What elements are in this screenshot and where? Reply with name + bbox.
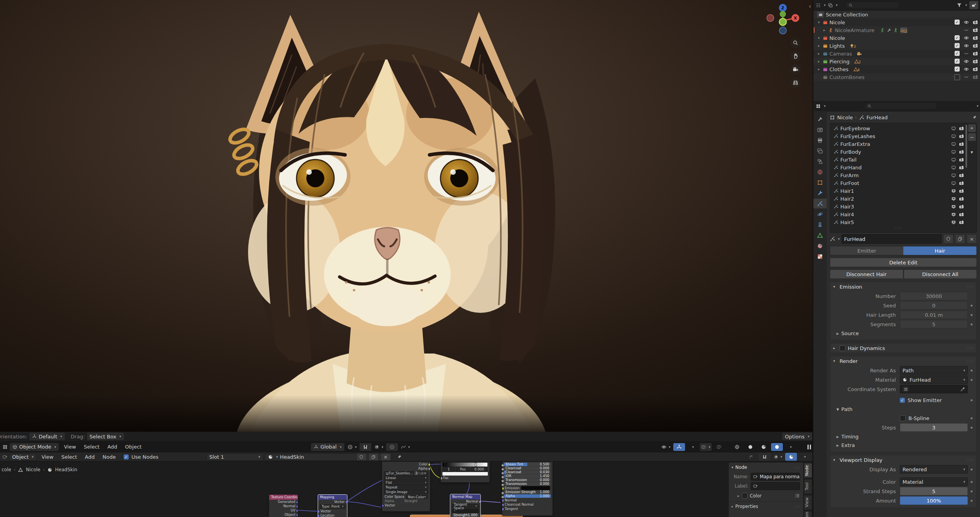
material-datablock[interactable]: ▾ HeadSkin × [265,453,392,461]
eye-closed-icon[interactable] [964,74,969,80]
camera-visibility-icon[interactable] [973,35,978,41]
rendered-shading-button[interactable] [771,443,783,451]
mesh-children-badge[interactable]: 12 [900,27,908,34]
breadcrumb-data[interactable]: FurHead [867,115,888,120]
viewport-display-header[interactable]: ▾Viewport Display:::: [830,455,976,465]
exclude-checkbox[interactable]: ✓ [955,43,960,48]
menu-view[interactable]: View [61,444,79,450]
extension-dropdown[interactable]: Repeat▾ [384,485,428,490]
b-spline-checkbox[interactable]: B-Spline [900,415,968,421]
ramp-pos-label[interactable]: Pos [456,467,470,472]
eye-icon[interactable] [964,43,969,48]
drag-mode-dropdown[interactable]: Select Box▾ [86,432,124,441]
transform-orientation-global[interactable]: Global▾ [311,443,345,451]
color-presets-icon[interactable] [795,493,800,498]
overlays-toggle[interactable]: ▾ [700,443,712,451]
outliner-row-scene-collection[interactable]: Scene Collection [813,11,980,18]
particle-system-row[interactable]: FurEyebrow [831,124,966,132]
display-icon[interactable] [951,173,956,178]
hair-length-field[interactable]: 0.01 m [900,311,968,319]
editor-type-icon[interactable] [2,454,7,460]
pin-icon[interactable] [397,454,402,460]
render-as-dropdown[interactable]: Path▾ [900,366,968,375]
display-as-dropdown[interactable]: Rendered▾ [900,465,968,474]
camera-visibility-icon[interactable] [973,74,978,80]
editor-type-icon[interactable] [816,3,821,8]
menu-select[interactable]: Select [58,454,80,460]
principled-slider[interactable]: Clearcoat0.000 [504,467,551,470]
properties-search-input[interactable] [864,102,937,110]
amount-slider[interactable]: 100% [900,496,968,505]
snap-target-icon[interactable]: ▾ [772,453,784,461]
image-texture-node[interactable]: Color Alpha Fur_Seamles... 3 × Linear▾ F… [382,461,430,512]
render-icon[interactable] [959,142,964,147]
show-emitter-checkbox[interactable]: ✓Show Emitter [900,397,968,403]
ramp-color-swatch[interactable] [442,472,488,476]
emission-color-field[interactable] [521,486,550,490]
particle-system-row[interactable]: FurHand [831,163,966,171]
object-tab[interactable] [813,178,827,187]
camera-visibility-icon[interactable] [973,27,978,33]
texture-tab[interactable] [813,251,827,261]
new-collection-button[interactable] [969,1,978,9]
tool-tab[interactable] [813,114,827,124]
copy-icon[interactable] [369,453,379,461]
scene-tab[interactable] [813,156,827,166]
display-icon[interactable] [951,181,956,186]
wireframe-shading-button[interactable] [731,443,743,451]
editor-type-icon[interactable] [2,444,8,450]
3d-viewport[interactable]: Z X ‹ [0,0,813,432]
gizmo-dropdown[interactable]: ▾ [687,443,698,451]
outliner-row[interactable]: ▾ Nicole ✓ [813,18,980,26]
outliner-row[interactable]: ▸ Clothes 4 ✓ [813,65,980,73]
render-icon[interactable] [959,157,964,162]
pivot-point-dropdown[interactable]: ▾ [346,443,358,451]
render-icon[interactable] [959,212,964,217]
exclude-checkbox[interactable]: ✓ [955,20,960,25]
gradient-bar[interactable] [442,462,488,467]
disconnect-all-button[interactable]: Disconnect All [904,269,977,279]
camera-visibility-icon[interactable] [973,51,978,56]
transform-orientation-dropdown[interactable]: Default▾ [29,432,65,441]
display-icon[interactable] [951,212,956,217]
render-icon[interactable] [959,165,964,170]
unlink-icon[interactable]: × [967,234,977,244]
render-panel-header[interactable]: ▾Render:::: [830,356,976,366]
outliner-row[interactable]: ▾ Nicole ✓ [813,34,980,42]
color-ramp-node[interactable]: 1 Pos 0.000 Fac [441,461,490,483]
eye-icon[interactable] [964,35,969,41]
delete-edit-button[interactable]: Delete Edit [830,258,977,267]
filter-icon[interactable] [957,2,962,8]
node-label-field[interactable] [751,482,800,490]
exclude-checkbox[interactable]: ✓ [955,59,960,64]
eye-icon[interactable] [964,20,969,25]
node-canvas[interactable]: cole › Nicole › HeadSkin Texture Coordin… [0,461,813,517]
render-icon[interactable] [959,134,964,139]
shading-dropdown[interactable]: ▾ [784,443,796,451]
mapping-type-dropdown[interactable]: Type: Point▾ [320,504,345,509]
mode-dropdown[interactable]: Object Mode▾ [9,443,59,451]
region-collapse-icon[interactable]: ‹ [809,3,811,9]
outliner-row-armature[interactable]: ▸ NicoleArmature 12 [813,26,980,34]
particle-system-row[interactable]: FurEyeLashes [831,132,966,140]
strand-steps-slider[interactable]: 5 [900,487,968,495]
render-icon[interactable] [959,149,964,154]
texture-coordinate-node[interactable]: Texture Coordinate Generated Normal UV O… [269,494,298,517]
display-icon[interactable] [951,165,956,170]
alpha-slider[interactable]: Alpha1.000 [504,494,551,498]
exclude-checkbox[interactable]: ✓ [955,35,960,40]
segments-field[interactable]: 5 [900,320,968,329]
hair-dynamics-checkbox[interactable] [840,345,845,351]
exclude-checkbox[interactable] [954,74,960,80]
copy-icon[interactable] [421,472,424,475]
camera-visibility-icon[interactable] [973,66,978,72]
zoom-icon[interactable] [790,38,801,48]
breadcrumb-object[interactable]: Nicole [837,115,853,120]
pan-hand-icon[interactable] [790,51,801,61]
snap-target-dropdown[interactable]: ▾ [373,443,385,451]
particle-system-row[interactable]: FurFoot [831,179,966,187]
camera-visibility-icon[interactable] [973,43,978,48]
constraints-tab[interactable] [813,220,827,230]
principled-slider[interactable]: Transmission Roughness0.000 [504,482,551,486]
outliner-row[interactable]: ▸ Cameras ✓ [813,50,980,57]
